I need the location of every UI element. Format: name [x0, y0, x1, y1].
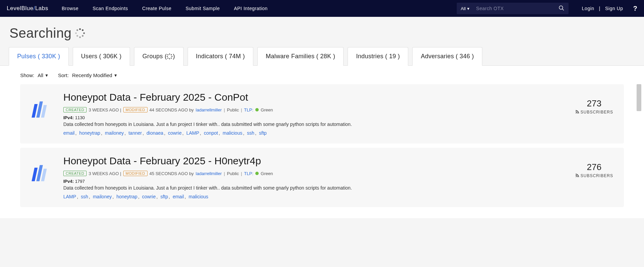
- tag-separator: ,: [169, 194, 170, 199]
- author-link[interactable]: ladarrellmiller: [196, 171, 222, 176]
- tag-link[interactable]: cowrie: [142, 194, 156, 199]
- pulse-title-link[interactable]: Honeypot Data - February 2025 - H0neytr4…: [63, 155, 565, 167]
- subscriber-label[interactable]: SUBSCRIBERS: [574, 173, 614, 178]
- tab-malware-families[interactable]: Malware Families ( 28K ): [257, 47, 344, 66]
- tag-link[interactable]: cowrie: [168, 130, 182, 136]
- modified-ago: 44 SECONDS AGO by: [150, 107, 194, 112]
- author-avatar[interactable]: [30, 98, 54, 122]
- tag-separator: ,: [185, 194, 186, 199]
- visibility-label: Public: [227, 107, 239, 112]
- tag-link[interactable]: ssh: [247, 130, 254, 136]
- subscriber-label[interactable]: SUBSCRIBERS: [574, 109, 614, 114]
- nav-item-submit-sample[interactable]: Submit Sample: [186, 6, 220, 11]
- tag-link[interactable]: conpot: [204, 130, 218, 136]
- logo[interactable]: LevelBlue/Labs: [7, 5, 48, 12]
- svg-line-1: [562, 9, 564, 10]
- tab-users[interactable]: Users ( 306K ): [73, 47, 130, 66]
- content-area: Show: All ▼ Sort: Recently Modified ▼ Ho…: [0, 66, 644, 218]
- search-button[interactable]: [554, 5, 569, 12]
- tlp-label[interactable]: TLP:: [244, 107, 253, 112]
- modified-badge: MODIFIED: [123, 107, 148, 112]
- pulse-card: Honeypot Data - February 2025 - ConPotCR…: [20, 84, 624, 143]
- tag-link[interactable]: malicious: [223, 130, 242, 136]
- visibility-label: Public: [227, 171, 239, 176]
- subscriber-box: 276SUBSCRIBERS: [574, 155, 614, 199]
- results-list: Honeypot Data - February 2025 - ConPotCR…: [20, 84, 624, 207]
- meta-separator: |: [224, 107, 225, 112]
- pulse-meta: CREATED3 WEEKS AGO |MODIFIED44 SECONDS A…: [63, 107, 565, 112]
- tag-link[interactable]: mailoney: [93, 194, 112, 199]
- tag-link[interactable]: honeytrap: [79, 130, 100, 136]
- tag-link[interactable]: sftp: [259, 130, 267, 136]
- search-scope-label: All: [461, 6, 465, 11]
- tag-separator: ,: [75, 130, 76, 136]
- scrollbar-thumb[interactable]: [637, 84, 641, 111]
- nav-item-browse[interactable]: Browse: [62, 6, 78, 11]
- sort-dropdown[interactable]: Recently Modified ▼: [72, 72, 118, 78]
- help-icon[interactable]: ?: [633, 5, 637, 12]
- tag-separator: ,: [182, 130, 184, 136]
- subscriber-count: 273: [574, 98, 614, 109]
- tag-separator: ,: [77, 194, 78, 199]
- chevron-down-icon: ▼: [114, 73, 118, 78]
- tag-separator: ,: [243, 130, 244, 136]
- show-dropdown[interactable]: All ▼: [38, 72, 49, 78]
- search-scope-dropdown[interactable]: All ▾: [457, 6, 473, 11]
- page-title-row: Searching: [0, 17, 644, 47]
- tab-adversaries[interactable]: Adversaries ( 346 ): [412, 47, 482, 66]
- tab-indicators[interactable]: Indicators ( 74M ): [188, 47, 253, 66]
- tag-link[interactable]: LAMP: [63, 194, 76, 199]
- svg-rect-4: [41, 105, 47, 118]
- tag-link[interactable]: tanner: [128, 130, 142, 136]
- tag-separator: ,: [200, 130, 201, 136]
- pulse-meta: CREATED3 WEEKS AGO |MODIFIED45 SECONDS A…: [63, 171, 565, 176]
- author-avatar[interactable]: [30, 161, 54, 186]
- ipv4-count: IPv4: 1130: [63, 115, 565, 120]
- tag-list: email, honeytrap, mailoney, tanner, dion…: [63, 130, 565, 136]
- subscriber-box: 273SUBSCRIBERS: [574, 92, 614, 136]
- loading-spinner-icon: [75, 28, 85, 38]
- tag-link[interactable]: email: [173, 194, 184, 199]
- page-title: Searching: [9, 26, 72, 41]
- pulse-title-link[interactable]: Honeypot Data - February 2025 - ConPot: [63, 92, 565, 103]
- subscriber-count: 276: [574, 162, 614, 172]
- meta-separator: |: [241, 171, 242, 176]
- tag-link[interactable]: ssh: [81, 194, 88, 199]
- tag-link[interactable]: LAMP: [186, 130, 199, 136]
- main-nav: BrowseScan EndpointsCreate PulseSubmit S…: [62, 6, 457, 11]
- tag-link[interactable]: honeytrap: [117, 194, 137, 199]
- tag-link[interactable]: mailoney: [105, 130, 124, 136]
- search-icon: [558, 5, 565, 11]
- show-label: Show:: [20, 72, 34, 78]
- login-link[interactable]: Login: [582, 6, 594, 11]
- tab-groups[interactable]: Groups (): [134, 47, 184, 66]
- tag-separator: ,: [112, 194, 114, 199]
- author-link[interactable]: ladarrellmiller: [196, 107, 222, 112]
- tlp-label[interactable]: TLP:: [244, 171, 253, 176]
- created-badge: CREATED: [63, 107, 87, 112]
- nav-item-create-pulse[interactable]: Create Pulse: [142, 6, 171, 11]
- svg-point-0: [559, 6, 563, 9]
- search-bar: All ▾: [457, 3, 568, 14]
- search-input[interactable]: [474, 6, 554, 11]
- logo-suffix: Labs: [35, 5, 48, 11]
- created-ago: 3 WEEKS AGO |: [89, 171, 121, 176]
- tag-link[interactable]: malicious: [189, 194, 208, 199]
- tab-pulses[interactable]: Pulses ( 330K ): [9, 47, 69, 66]
- nav-item-api-integration[interactable]: API Integration: [234, 6, 267, 11]
- svg-rect-5: [32, 168, 38, 181]
- tlp-color: Green: [261, 171, 273, 176]
- svg-rect-7: [41, 169, 47, 181]
- tlp-dot-icon: [255, 172, 259, 175]
- signup-link[interactable]: Sign Up: [605, 6, 623, 11]
- tag-link[interactable]: email: [63, 130, 74, 136]
- nav-item-scan-endpoints[interactable]: Scan Endpoints: [93, 6, 128, 11]
- top-header: LevelBlue/Labs BrowseScan EndpointsCreat…: [0, 0, 644, 17]
- tab-industries[interactable]: Industries ( 19 ): [348, 47, 408, 66]
- tag-link[interactable]: dionaea: [147, 130, 163, 136]
- tag-list: LAMP, ssh, mailoney, honeytrap, cowrie, …: [63, 194, 565, 199]
- card-body: Honeypot Data - February 2025 - ConPotCR…: [63, 92, 565, 136]
- tlp-color: Green: [261, 107, 273, 112]
- meta-separator: |: [241, 107, 242, 112]
- tag-link[interactable]: sftp: [160, 194, 168, 199]
